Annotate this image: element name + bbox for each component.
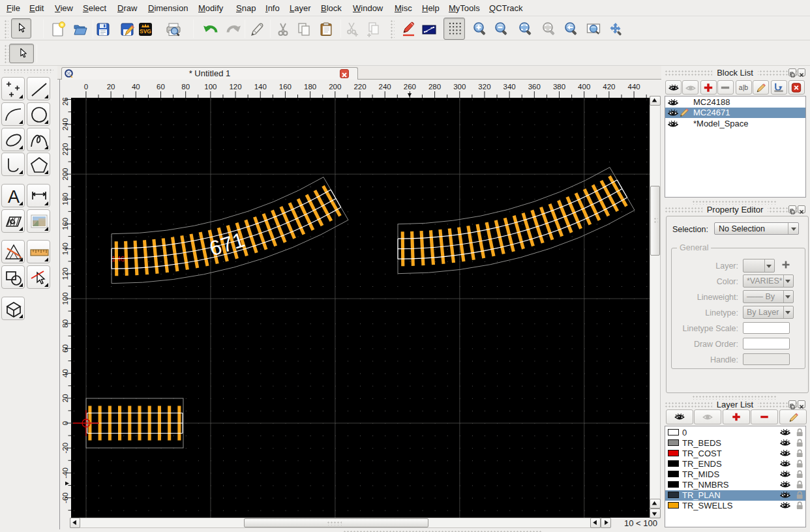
svg-text:240: 240 (61, 118, 69, 130)
svg-text:A: A (8, 187, 20, 206)
svg-text:280: 280 (428, 83, 441, 91)
svg-text:80: 80 (61, 319, 69, 328)
svg-text:100: 100 (61, 292, 69, 304)
svg-text:40: 40 (132, 83, 140, 91)
svg-text:260: 260 (404, 83, 416, 91)
svg-text:140: 140 (61, 243, 69, 255)
svg-text:220: 220 (61, 143, 69, 155)
svg-text:200: 200 (329, 83, 341, 91)
svg-text:100: 100 (204, 83, 217, 91)
svg-text:120: 120 (61, 267, 69, 280)
svg-text:160: 160 (279, 83, 292, 91)
svg-text:140: 140 (254, 83, 267, 91)
svg-text:120: 120 (229, 83, 241, 91)
svg-text:180: 180 (304, 83, 316, 91)
svg-text:300: 300 (453, 83, 466, 91)
svg-text:200: 200 (61, 168, 69, 181)
svg-text:320: 320 (478, 83, 490, 91)
svg-text:240: 240 (379, 83, 391, 91)
svg-text:-20: -20 (61, 443, 69, 454)
svg-text:380: 380 (553, 83, 565, 91)
svg-text:a|b: a|b (738, 84, 748, 91)
svg-text:220: 220 (353, 83, 366, 91)
svg-text:-40: -40 (61, 467, 69, 479)
svg-text:160: 160 (61, 218, 69, 230)
svg-text:60: 60 (157, 83, 165, 91)
svg-text:340: 340 (503, 83, 516, 91)
svg-text:180: 180 (61, 193, 69, 205)
svg-text:440: 440 (627, 83, 640, 91)
svg-text:400: 400 (578, 83, 590, 91)
svg-text:20: 20 (107, 83, 115, 91)
svg-text:0: 0 (84, 83, 88, 91)
svg-text:260: 260 (61, 98, 69, 106)
svg-text:80: 80 (181, 83, 190, 91)
svg-text:60: 60 (61, 344, 69, 353)
svg-text:0: 0 (61, 421, 69, 425)
svg-text:40: 40 (61, 369, 69, 377)
svg-text:SVG: SVG (140, 28, 151, 35)
svg-text:20: 20 (61, 394, 69, 402)
svg-text:-60: -60 (61, 492, 69, 503)
svg-text:420: 420 (603, 83, 615, 91)
svg-text:360: 360 (528, 83, 541, 91)
